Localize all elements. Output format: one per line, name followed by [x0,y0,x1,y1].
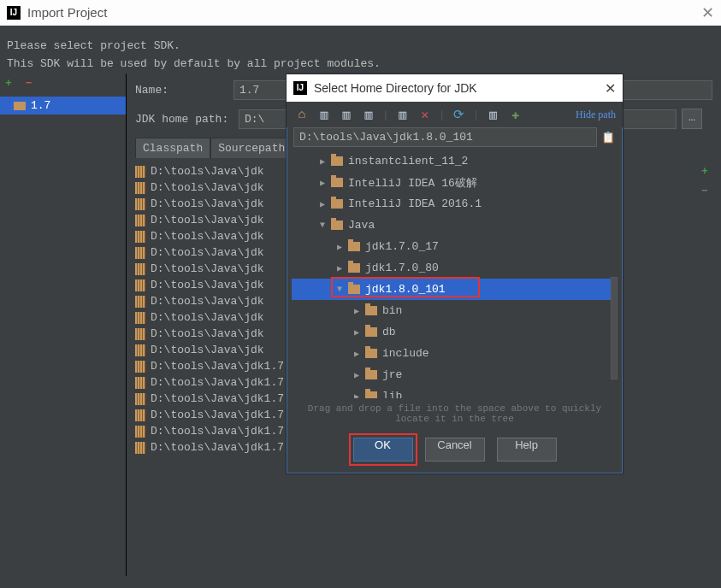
folder-icon [331,220,343,230]
folder-icon [365,306,377,315]
ok-button[interactable]: OK [353,438,413,462]
classpath-path: D:\tools\Java\jdk [151,311,264,324]
library-icon [135,279,145,291]
tree-arrow-icon[interactable]: ▶ [334,263,345,273]
tree-arrow-icon[interactable]: ▶ [317,178,328,188]
help-button[interactable]: Help [497,438,557,462]
tree-node[interactable]: ▶IntelliJ IDEA 16破解 [292,172,618,193]
classpath-path: D:\tools\Java\jdk [151,165,264,178]
window-close-icon[interactable]: ✕ [701,3,714,22]
tree-node[interactable]: ▶instantclient_11_2 [292,150,618,172]
tree-label: include [382,347,429,360]
tree-node[interactable]: ▶jre [292,364,618,385]
window-titlebar: IJ Import Project ✕ [0,0,721,26]
folder-icon [348,285,360,294]
tree-label: Java [348,219,375,232]
tree-arrow-icon[interactable]: ▼ [334,285,345,294]
classpath-path: D:\tools\Java\jdk [151,262,264,275]
tree-label: jdk1.7.0_80 [365,262,439,274]
tree-label: instantclient_11_2 [348,155,468,168]
tree-label: jdk1.8.0_101 [365,283,446,296]
tree-arrow-icon[interactable]: ▶ [352,349,362,359]
new-folder-icon[interactable]: ▥ [394,106,411,123]
library-icon [135,361,145,373]
folder-icon [331,156,343,166]
delete-icon[interactable]: ✕ [417,106,434,123]
tree-arrow-icon[interactable]: ▶ [317,199,328,209]
classpath-path: D:\tools\Java\jdk [151,246,264,259]
clipboard-icon[interactable]: 📋 [600,131,616,144]
tree-node[interactable]: ▼jdk1.8.0_101 [292,279,618,300]
refresh-icon[interactable]: ⟳ [451,106,468,123]
name-label: Name: [135,84,233,97]
tree-arrow-icon[interactable]: ▶ [352,370,362,380]
directory-tree[interactable]: ▶instantclient_11_2▶IntelliJ IDEA 16破解▶I… [292,150,618,398]
home-path-label: JDK home path: [135,113,233,126]
library-icon [135,296,145,308]
library-icon [135,312,145,324]
browse-button[interactable]: … [682,109,702,129]
tree-arrow-icon[interactable]: ▼ [317,220,328,230]
add-classpath-icon[interactable]: + [697,165,712,178]
tree-arrow-icon[interactable]: ▶ [352,327,362,338]
tree-label: IntelliJ IDEA 2016.1 [348,197,482,210]
folder-icon [331,199,343,209]
classpath-path: D:\tools\Java\jdk [151,214,264,226]
dialog-logo-icon: IJ [293,81,307,95]
select-home-dialog: IJ Select Home Directory for JDK ✕ ⌂ ▥ ▥… [286,74,623,474]
tree-node[interactable]: ▶bin [292,300,618,321]
dialog-close-icon[interactable]: ✕ [605,80,616,97]
library-icon [135,247,145,259]
cancel-button[interactable]: Cancel [425,438,485,462]
scrollbar[interactable] [611,277,618,379]
tab-sourcepath[interactable]: Sourcepath [210,138,293,158]
folder-icon [348,263,360,273]
hide-path-link[interactable]: Hide path [576,109,616,121]
tree-arrow-icon[interactable]: ▶ [352,391,362,399]
library-icon [135,182,145,194]
tree-node[interactable]: ▶IntelliJ IDEA 2016.1 [292,193,618,215]
library-icon [135,166,145,178]
ok-label: OK [375,438,391,451]
classpath-path: D:\tools\Java\jdk [151,230,264,243]
dialog-titlebar: IJ Select Home Directory for JDK ✕ [287,74,623,102]
tree-node[interactable]: ▶jdk1.7.0_17 [292,236,618,257]
tree-node[interactable]: ▶jdk1.7.0_80 [292,257,618,279]
tree-node[interactable]: ▶db [292,321,618,343]
tree-arrow-icon[interactable]: ▶ [352,306,362,316]
remove-classpath-icon[interactable]: − [701,185,708,197]
tree-node[interactable]: ▶include [292,343,618,364]
module-icon[interactable]: ▥ [360,106,377,123]
tree-node[interactable]: ▶lib [292,385,618,398]
desktop-icon[interactable]: ▥ [316,106,333,123]
folder-icon [365,391,377,398]
folder-icon [348,242,360,251]
tab-classpath[interactable]: Classpath [135,138,210,158]
home-icon[interactable]: ⌂ [293,106,310,123]
dialog-toolbar: ⌂ ▥ ▥ ▥ | ▥ ✕ | ⟳ | ▥ ✚ Hide path [287,102,623,127]
tree-label: db [382,326,396,338]
tree-arrow-icon[interactable]: ▶ [334,242,345,252]
add-sdk-icon[interactable]: + [5,77,12,90]
library-icon [135,393,145,405]
tree-node[interactable]: ▼Java [292,215,618,236]
remove-sdk-icon[interactable]: − [26,77,33,90]
library-icon [135,442,145,454]
show-hidden-icon[interactable]: ▥ [484,106,501,123]
library-icon [135,409,145,421]
project-icon[interactable]: ▥ [338,106,355,123]
classpath-path: D:\tools\Java\jdk [151,181,264,194]
sidebar-item-sdk[interactable]: 1.7 [0,97,126,115]
intro-text-1: Please select project SDK. [0,26,721,56]
tree-label: lib [382,390,402,398]
tree-label: IntelliJ IDEA 16破解 [348,175,477,191]
classpath-path: D:\tools\Java\jdk [151,295,264,308]
library-icon [135,344,145,356]
tree-label: jre [382,368,402,381]
sdk-sidebar: + − 1.7 [0,74,127,576]
path-field[interactable]: D:\tools\Java\jdk1.8.0_101 [293,127,597,147]
expand-icon[interactable]: ✚ [506,106,523,123]
tree-arrow-icon[interactable]: ▶ [317,156,328,167]
tree-label: bin [382,304,402,317]
library-icon [135,426,145,438]
